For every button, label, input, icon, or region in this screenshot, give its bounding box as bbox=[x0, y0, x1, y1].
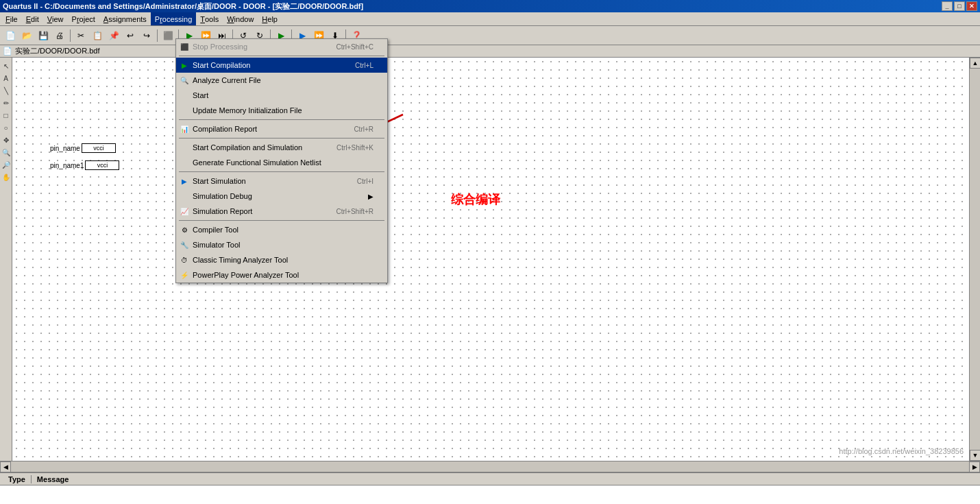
redo-button[interactable]: ↪ bbox=[139, 28, 154, 43]
compiler-tool-icon: ⚙ bbox=[179, 224, 190, 235]
menu-start-simulation[interactable]: ▶ Start Simulation Ctrl+I bbox=[176, 173, 387, 189]
tool-line[interactable]: ╲ bbox=[1, 85, 12, 96]
doc-icon: 📄 bbox=[3, 47, 12, 56]
menu-item-window[interactable]: Window bbox=[223, 12, 258, 25]
canvas-area[interactable]: pin_name vcci pin_name1 vcci 综合编译 http:/… bbox=[12, 58, 969, 461]
menu-item-help[interactable]: Help bbox=[258, 12, 282, 25]
generate-functional-label: Generate Functional Simulation Netlist bbox=[193, 158, 321, 167]
main-area: ↖ A ╲ ✏ □ ○ ✥ 🔍 🔎 ✋ pin_name vcci pin_na… bbox=[0, 58, 980, 461]
simulation-debug-label: Simulation Debug bbox=[193, 192, 252, 200]
scroll-left-button[interactable]: ◀ bbox=[0, 461, 11, 472]
menu-item-tools[interactable]: Tools bbox=[196, 12, 223, 25]
simulator-tool-icon: 🔧 bbox=[179, 239, 190, 250]
report-icon: 📊 bbox=[179, 123, 190, 134]
simulation-report-label: Simulation Report bbox=[193, 207, 252, 215]
toolbar: 📄 📂 💾 🖨 ✂ 📋 📌 ↩ ↪ ⬛ ▶ ⏩ ⏭ ↺ ↻ ▶ ▶ ⏩ ⬇ ❓ bbox=[0, 26, 980, 45]
menu-compilation-report[interactable]: 📊 Compilation Report Ctrl+R bbox=[176, 121, 387, 136]
analyze-current-file-label: Analyze Current File bbox=[193, 76, 261, 84]
start-compilation-simulation-label: Start Compilation and Simulation bbox=[193, 143, 302, 152]
menu-powerplay[interactable]: ⚡ PowerPlay Power Analyzer Tool bbox=[176, 267, 387, 283]
minimize-button[interactable]: _ bbox=[942, 1, 953, 11]
power-icon: ⚡ bbox=[179, 269, 190, 280]
toolbar-sep1 bbox=[70, 29, 71, 42]
tool-text[interactable]: A bbox=[1, 73, 12, 84]
print-button[interactable]: 🖨 bbox=[52, 28, 67, 43]
tool-circle[interactable]: ○ bbox=[1, 122, 12, 133]
submenu-arrow-icon: ▶ bbox=[368, 193, 373, 200]
status-header: Type Message bbox=[0, 473, 980, 485]
open-button[interactable]: 📂 bbox=[19, 28, 34, 43]
doc-tab-label: 实验二/DOOR/DOOR.bdf bbox=[15, 46, 99, 56]
menu-item-project[interactable]: Project bbox=[68, 12, 99, 25]
tool-draw[interactable]: ✏ bbox=[1, 97, 12, 108]
menu-sep-1 bbox=[179, 56, 384, 56]
menu-sep-5 bbox=[179, 220, 384, 221]
tool-hand[interactable]: ✋ bbox=[1, 171, 12, 182]
scroll-up-button[interactable]: ▲ bbox=[970, 58, 980, 69]
maximize-button[interactable]: □ bbox=[954, 1, 965, 11]
close-button[interactable]: ✕ bbox=[966, 1, 977, 11]
scroll-right-button[interactable]: ▶ bbox=[969, 461, 980, 472]
menu-item-view[interactable]: View bbox=[43, 12, 68, 25]
start-compilation-simulation-shortcut: Ctrl+Shift+K bbox=[336, 144, 373, 152]
menu-sep-2 bbox=[179, 119, 384, 120]
pin-1-box: vcci bbox=[82, 143, 116, 153]
stop-icon: ⬛ bbox=[179, 41, 190, 52]
menu-item-processing[interactable]: Processing bbox=[151, 12, 196, 25]
menu-simulator-tool[interactable]: 🔧 Simulator Tool bbox=[176, 237, 387, 252]
start-compilation-shortcut: Ctrl+L bbox=[355, 62, 373, 69]
menu-start[interactable]: Start bbox=[176, 88, 387, 103]
save-button[interactable]: 💾 bbox=[36, 28, 51, 43]
menu-start-compilation-simulation[interactable]: Start Compilation and Simulation Ctrl+Sh… bbox=[176, 140, 387, 155]
menu-simulation-report[interactable]: 📈 Simulation Report Ctrl+Shift+R bbox=[176, 204, 387, 219]
menu-item-assignments[interactable]: Assignments bbox=[99, 12, 151, 25]
cut-button[interactable]: ✂ bbox=[73, 28, 88, 43]
tool-rect[interactable]: □ bbox=[1, 110, 12, 121]
tool-zoomout[interactable]: 🔎 bbox=[1, 159, 12, 170]
doc-tab: 📄 实验二/DOOR/DOOR.bdf bbox=[0, 45, 980, 58]
simulator-tool-label: Simulator Tool bbox=[193, 241, 241, 249]
start-simulation-label: Start Simulation bbox=[193, 177, 246, 185]
menu-generate-functional[interactable]: Generate Functional Simulation Netlist bbox=[176, 155, 387, 170]
stop-processing-button[interactable]: ⬛ bbox=[160, 28, 175, 43]
undo-button[interactable]: ↩ bbox=[123, 28, 138, 43]
menu-item-file[interactable]: File bbox=[1, 12, 22, 25]
tool-zoom[interactable]: 🔍 bbox=[1, 147, 12, 158]
status-content bbox=[0, 485, 980, 504]
type-column-header: Type bbox=[3, 475, 32, 483]
menu-update-memory[interactable]: Update Memory Initialization File bbox=[176, 103, 387, 118]
menu-simulation-debug[interactable]: Simulation Debug ▶ bbox=[176, 189, 387, 204]
start-simulation-shortcut: Ctrl+I bbox=[357, 178, 373, 185]
compiler-tool-label: Compiler Tool bbox=[193, 226, 238, 234]
menu-bar: File Edit View Project Assignments Proce… bbox=[0, 12, 980, 26]
analyze-icon: 🔍 bbox=[179, 75, 190, 86]
bottom-scrollbar: ◀ ▶ bbox=[0, 461, 980, 472]
stop-processing-label: Stop Processing bbox=[193, 43, 247, 51]
stop-processing-shortcut: Ctrl+Shift+C bbox=[336, 43, 373, 51]
pin-1-label: pin_name bbox=[50, 145, 80, 152]
menu-compiler-tool[interactable]: ⚙ Compiler Tool bbox=[176, 222, 387, 237]
pin-2: pin_name1 vcci bbox=[50, 160, 119, 170]
scroll-track-vertical[interactable] bbox=[970, 69, 980, 450]
scroll-track-horizontal[interactable] bbox=[11, 461, 969, 472]
title-bar-buttons: _ □ ✕ bbox=[942, 1, 977, 11]
menu-classic-timing[interactable]: ⏱ Classic Timing Analyzer Tool bbox=[176, 252, 387, 267]
menu-start-compilation[interactable]: ▶ Start Compilation Ctrl+L bbox=[176, 58, 387, 73]
menu-item-edit[interactable]: Edit bbox=[22, 12, 43, 25]
processing-dropdown-menu: ⬛ Stop Processing Ctrl+Shift+C ▶ Start C… bbox=[175, 38, 388, 283]
classic-timing-label: Classic Timing Analyzer Tool bbox=[193, 256, 288, 264]
simulation-report-shortcut: Ctrl+Shift+R bbox=[336, 208, 373, 215]
powerplay-label: PowerPlay Power Analyzer Tool bbox=[193, 271, 299, 279]
paste-button[interactable]: 📌 bbox=[106, 28, 121, 43]
update-memory-label: Update Memory Initialization File bbox=[193, 106, 302, 115]
tool-select[interactable]: ↖ bbox=[1, 60, 12, 71]
toolbar-sep2 bbox=[157, 29, 158, 42]
menu-stop-processing[interactable]: ⬛ Stop Processing Ctrl+Shift+C bbox=[176, 39, 387, 54]
copy-button[interactable]: 📋 bbox=[90, 28, 105, 43]
start-compilation-label: Start Compilation bbox=[193, 61, 250, 69]
scroll-down-button[interactable]: ▼ bbox=[970, 450, 980, 461]
tool-move[interactable]: ✥ bbox=[1, 134, 12, 145]
right-scrollbar: ▲ ▼ bbox=[969, 58, 980, 461]
new-button[interactable]: 📄 bbox=[3, 28, 18, 43]
menu-analyze-current-file[interactable]: 🔍 Analyze Current File bbox=[176, 73, 387, 88]
